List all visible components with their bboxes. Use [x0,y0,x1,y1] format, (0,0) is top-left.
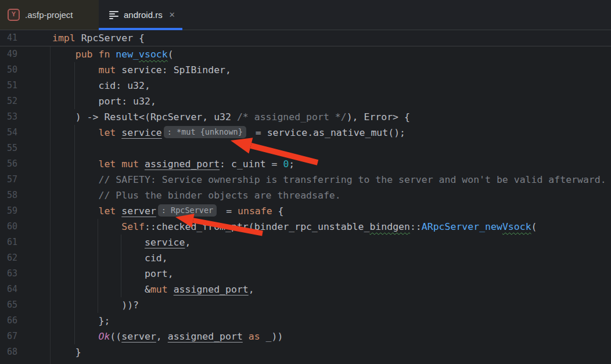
line-number[interactable]: 54 [0,125,17,140]
code-line[interactable]: 52 port: u32, [0,93,611,109]
code-token: }; [52,315,110,326]
code-token: ( [168,49,174,60]
code-lines: 49 pub fn new_vsock(50 mut service: SpIB… [0,46,611,364]
line-number[interactable]: 64 [0,282,17,297]
code-text[interactable]: impl RpcServer { [52,30,145,46]
code-line[interactable]: 56 let mut assigned_port: c_uint = 0; [0,156,611,172]
line-number[interactable]: 56 [0,156,17,172]
code-token: /* assigned_port */ [237,111,347,122]
code-line[interactable]: 50 mut service: SpIBinder, [0,62,611,78]
code-token: } [52,347,81,358]
line-number[interactable]: 41 [0,30,17,46]
code-text[interactable]: let service: *mut {unknown} = service.as… [52,125,405,140]
code-text[interactable]: cid: u32, [52,78,150,93]
line-number[interactable]: 50 [0,62,17,78]
code-token [139,158,145,170]
code-line[interactable]: 55 [0,140,611,156]
code-token [52,49,76,60]
line-number[interactable]: 57 [0,172,17,188]
code-text[interactable]: port, [52,266,174,282]
code-line[interactable]: 59 let server: RpcServer = unsafe { [0,203,611,219]
code-editor[interactable]: 41impl RpcServer { 49 pub fn new_vsock(5… [0,30,611,364]
code-text[interactable]: // SAFETY: Service ownership is transfer… [52,172,606,188]
inlay-type-hint[interactable]: : RpcServer [158,204,217,217]
tab-android-rs[interactable]: android.rs ✕ [99,0,182,30]
code-text[interactable]: cid, [52,250,168,266]
code-token [52,190,98,201]
code-text[interactable]: ) -> Result<(RpcServer, u32 /* assigned_… [52,109,410,125]
project-selector[interactable]: Y .asfp-project [0,0,99,30]
line-number[interactable]: 62 [0,250,17,266]
code-text[interactable]: port: u32, [52,93,156,109]
code-token: let mut [98,158,139,170]
code-text[interactable]: } [52,344,81,360]
code-line[interactable]: 64 &mut assigned_port, [0,282,611,297]
line-number[interactable]: 49 [0,46,17,62]
code-line[interactable]: 65 ))? [0,297,611,313]
code-token: RpcServer { [76,33,145,44]
code-token: // Plus the binder objects are threadsaf… [98,190,340,201]
active-tab-underline [99,28,182,30]
line-number[interactable]: 60 [0,219,17,235]
line-number[interactable]: 67 [0,329,17,344]
code-token: ) -> Result<(RpcServer, u32 [52,111,237,122]
code-token: ( [531,221,537,232]
code-line[interactable]: 51 cid: u32, [0,78,611,93]
file-type-icon [109,11,118,19]
code-text[interactable]: &mut assigned_port, [52,282,254,297]
code-text[interactable]: }; [52,313,110,329]
line-number[interactable]: 52 [0,93,17,109]
code-token: vsock [139,49,168,60]
code-text[interactable]: ))? [52,297,139,313]
code-line[interactable]: 67 Ok((server, assigned_port as _)) [0,329,611,344]
code-line[interactable]: 68 } [0,344,611,360]
line-number[interactable]: 55 [0,140,17,156]
code-text[interactable]: // Plus the binder objects are threadsaf… [52,188,341,203]
code-text[interactable]: pub fn new_vsock( [52,46,174,62]
code-token: _)) [260,331,283,342]
line-number[interactable]: 53 [0,109,17,125]
code-line[interactable]: 61 service, [0,235,611,250]
code-line[interactable]: 66 }; [0,313,611,329]
code-line[interactable]: 49 pub fn new_vsock( [0,46,611,62]
code-text[interactable]: Self::checked_from_ptr(binder_rpc_unstab… [52,219,537,235]
code-token: ::checked_from_ptr(binder_rpc_unstable_ [145,221,369,232]
code-line[interactable]: 53 ) -> Result<(RpcServer, u32 /* assign… [0,109,611,125]
code-line[interactable]: 57 // SAFETY: Service ownership is trans… [0,172,611,188]
project-name: .asfp-project [25,10,73,20]
code-line[interactable]: 63 port, [0,266,611,282]
code-text[interactable]: let server: RpcServer = unsafe { [52,203,284,219]
line-number[interactable]: 66 [0,313,17,329]
code-token: Vsock [502,221,531,232]
code-line[interactable]: 62 cid, [0,250,611,266]
line-number[interactable]: 65 [0,297,17,313]
code-token: server [121,206,156,217]
code-text[interactable]: service, [52,235,191,250]
code-line[interactable]: 54 let service: *mut {unknown} = service… [0,125,611,140]
code-token: ARpcServer_new [422,221,502,232]
code-text[interactable]: Ok((server, assigned_port as _)) [52,329,283,344]
inlay-type-hint[interactable]: : *mut {unknown} [164,126,246,138]
code-token: = service.as_native_mut(); [250,127,405,138]
code-text[interactable]: let mut assigned_port: c_uint = 0; [52,156,294,172]
line-number[interactable]: 68 [0,344,17,360]
code-token: assigned_port [168,331,243,342]
code-token: let [98,127,116,138]
code-token: :: [410,221,422,232]
close-icon[interactable]: ✕ [169,11,175,19]
tab-label: android.rs [124,10,163,20]
code-token [243,331,249,342]
code-line[interactable]: 60 Self::checked_from_ptr(binder_rpc_uns… [0,219,611,235]
line-number[interactable]: 51 [0,78,17,93]
code-text[interactable]: mut service: SpIBinder, [52,62,231,78]
code-line[interactable]: 58 // Plus the binder objects are thread… [0,188,611,203]
tab-bar: Y .asfp-project android.rs ✕ [0,0,611,30]
code-token: Self [121,221,145,232]
sticky-line[interactable]: 41impl RpcServer { [0,30,611,46]
line-number[interactable]: 61 [0,235,17,250]
line-number[interactable]: 59 [0,203,17,219]
line-number[interactable]: 58 [0,188,17,203]
line-number[interactable]: 63 [0,266,17,282]
code-token: let [98,206,116,217]
code-token: , [249,284,254,295]
